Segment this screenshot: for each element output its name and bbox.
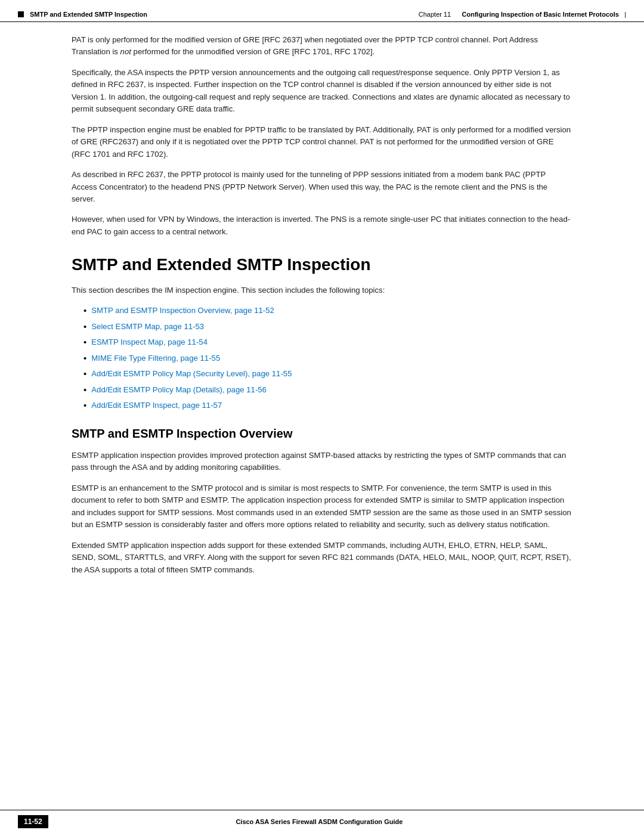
- header-chapter-label: Chapter 11: [419, 11, 451, 18]
- list-item: Add/Edit ESMTP Inspect, page 11-57: [83, 400, 572, 413]
- link-smtp-esmtp-overview[interactable]: SMTP and ESMTP Inspection Overview, page…: [91, 305, 274, 317]
- link-addedit-security-level[interactable]: Add/Edit ESMTP Policy Map (Security Leve…: [91, 368, 292, 380]
- page-footer: 11-52 Cisco ASA Series Firewall ASDM Con…: [0, 810, 644, 833]
- header-right: Chapter 11 Configuring Inspection of Bas…: [419, 11, 626, 18]
- intro-para-1: PAT is only performed for the modified v…: [72, 34, 572, 58]
- link-select-esmtp-map[interactable]: Select ESMTP Map, page 11-53: [91, 321, 204, 333]
- smtp-overview-para-1: ESMTP application inspection provides im…: [72, 450, 572, 474]
- page-header: SMTP and Extended SMTP Inspection Chapte…: [0, 0, 644, 22]
- list-item: Select ESMTP Map, page 11-53: [83, 321, 572, 334]
- intro-para-2: Specifically, the ASA inspects the PPTP …: [72, 67, 572, 116]
- list-item: MIME File Type Filtering, page 11-55: [83, 352, 572, 366]
- intro-para-5: However, when used for VPN by Windows, t…: [72, 213, 572, 238]
- list-item: Add/Edit ESMTP Policy Map (Security Leve…: [83, 368, 572, 381]
- list-item: SMTP and ESMTP Inspection Overview, page…: [83, 305, 572, 318]
- italic-not: not: [120, 47, 131, 56]
- smtp-topics-list: SMTP and ESMTP Inspection Overview, page…: [83, 305, 572, 413]
- main-content: PAT is only performed for the modified v…: [0, 22, 644, 810]
- smtp-overview-heading: SMTP and ESMTP Inspection Overview: [72, 426, 572, 441]
- smtp-section-heading: SMTP and Extended SMTP Inspection: [72, 255, 572, 275]
- header-bullet-icon: [18, 11, 24, 17]
- page: SMTP and Extended SMTP Inspection Chapte…: [0, 0, 644, 833]
- link-addedit-details[interactable]: Add/Edit ESMTP Policy Map (Details), pag…: [91, 384, 267, 396]
- header-left: SMTP and Extended SMTP Inspection: [18, 11, 147, 18]
- footer-doc-title: Cisco ASA Series Firewall ASDM Configura…: [48, 818, 590, 825]
- smtp-overview-para-2: ESMTP is an enhancement to the SMTP prot…: [72, 482, 572, 531]
- link-mime-file-type[interactable]: MIME File Type Filtering, page 11-55: [91, 352, 220, 364]
- page-number: 11-52: [18, 815, 48, 828]
- list-item: Add/Edit ESMTP Policy Map (Details), pag…: [83, 384, 572, 397]
- smtp-section-intro: This section describes the IM inspection…: [72, 284, 572, 296]
- header-breadcrumb: SMTP and Extended SMTP Inspection: [30, 11, 147, 18]
- list-item: ESMTP Inspect Map, page 11-54: [83, 336, 572, 349]
- header-chapter-title: Configuring Inspection of Basic Internet…: [462, 11, 619, 18]
- smtp-overview-para-3: Extended SMTP application inspection add…: [72, 540, 572, 576]
- intro-para-4: As described in RFC 2637, the PPTP proto…: [72, 169, 572, 205]
- link-addedit-inspect[interactable]: Add/Edit ESMTP Inspect, page 11-57: [91, 400, 222, 411]
- intro-para-3: The PPTP inspection engine must be enabl…: [72, 124, 572, 160]
- header-separator: |: [624, 11, 626, 18]
- link-esmtp-inspect-map[interactable]: ESMTP Inspect Map, page 11-54: [91, 336, 208, 348]
